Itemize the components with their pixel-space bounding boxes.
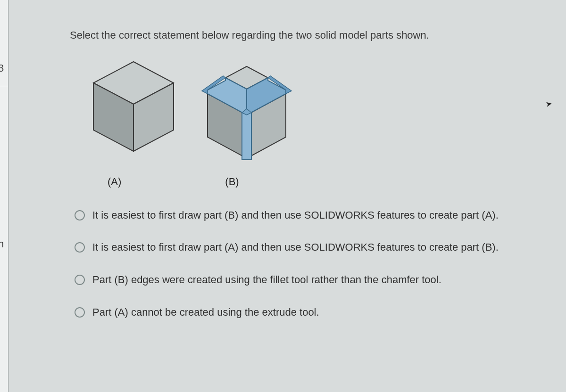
- option-4[interactable]: Part (A) cannot be created using the ext…: [75, 305, 537, 320]
- figure-labels: (A) (B): [108, 175, 537, 189]
- option-text: It is easiest to first draw part (B) and…: [92, 208, 537, 223]
- options-group: It is easiest to first draw part (B) and…: [75, 208, 537, 320]
- option-3[interactable]: Part (B) edges were created using the fi…: [75, 273, 537, 287]
- label-b: (B): [225, 175, 239, 189]
- radio-icon[interactable]: [75, 210, 85, 220]
- label-a: (A): [108, 175, 121, 189]
- sidebar-letter: n: [0, 237, 4, 252]
- sidebar-top: 3: [0, 0, 8, 86]
- radio-icon[interactable]: [75, 275, 85, 285]
- option-1[interactable]: It is easiest to first draw part (B) and…: [75, 208, 537, 223]
- sidebar-bottom: n: [0, 86, 8, 392]
- svg-marker-10: [242, 113, 251, 160]
- question-prompt: Select the correct statement below regar…: [70, 28, 537, 43]
- radio-icon[interactable]: [75, 307, 85, 318]
- figure-part-a: [89, 57, 178, 156]
- sidebar-question-number: 3: [0, 61, 4, 76]
- figure-part-b: [197, 57, 296, 165]
- question-content: Select the correct statement below regar…: [70, 28, 537, 338]
- radio-icon[interactable]: [75, 242, 85, 253]
- option-2[interactable]: It is easiest to first draw part (A) and…: [75, 240, 537, 255]
- option-text: It is easiest to first draw part (A) and…: [92, 240, 537, 255]
- figure-row: [89, 57, 537, 165]
- cursor-icon: ➤: [545, 98, 553, 110]
- option-text: Part (B) edges were created using the fi…: [92, 273, 537, 287]
- option-text: Part (A) cannot be created using the ext…: [92, 305, 537, 320]
